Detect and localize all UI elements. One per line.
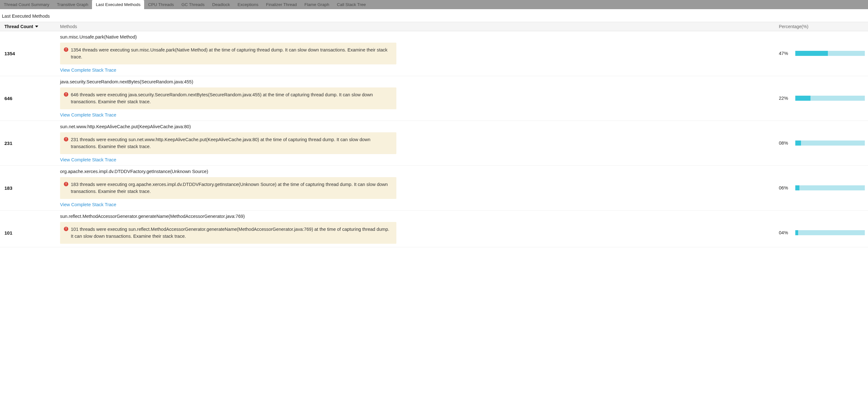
percentage-bar	[795, 185, 865, 190]
tab-thread-count-summary[interactable]: Thread Count Summary	[0, 0, 53, 9]
method-name: sun.net.www.http.KeepAliveCache.put(Keep…	[60, 124, 774, 129]
warning-text: 1354 threads were executing sun.misc.Uns…	[71, 46, 393, 61]
percentage-bar-fill	[795, 185, 799, 190]
warning-icon: !	[64, 182, 68, 186]
view-stack-trace-link[interactable]: View Complete Stack Trace	[60, 157, 774, 162]
method-cell: java.security.SecureRandom.nextBytes(Sec…	[60, 76, 774, 121]
percentage-value: 08%	[779, 140, 789, 145]
percentage-cell: 04%	[774, 211, 868, 247]
method-cell: org.apache.xerces.impl.dv.DTDDVFactory.g…	[60, 166, 774, 210]
percentage-bar-fill	[795, 51, 828, 56]
view-stack-trace-link[interactable]: View Complete Stack Trace	[60, 68, 774, 73]
warning-icon: !	[64, 47, 68, 52]
thread-count-value: 1354	[0, 31, 60, 76]
tab-transitive-graph[interactable]: Transitive Graph	[53, 0, 92, 9]
tab-flame-graph[interactable]: Flame Graph	[301, 0, 333, 9]
table-body: 1354sun.misc.Unsafe.park(Native Method)!…	[0, 31, 868, 247]
warning-text: 231 threads were executing sun.net.www.h…	[71, 136, 393, 150]
column-header-methods[interactable]: Methods	[60, 24, 774, 29]
warning-box: !1354 threads were executing sun.misc.Un…	[60, 43, 396, 64]
view-stack-trace-link[interactable]: View Complete Stack Trace	[60, 112, 774, 118]
warning-text: 101 threads were executing sun.reflect.M…	[71, 226, 393, 240]
table-row: 1354sun.misc.Unsafe.park(Native Method)!…	[0, 31, 868, 76]
thread-count-value: 101	[0, 211, 60, 247]
method-name: org.apache.xerces.impl.dv.DTDDVFactory.g…	[60, 169, 774, 174]
percentage-value: 22%	[779, 96, 789, 101]
percentage-bar-fill	[795, 230, 798, 235]
table-header: Thread Count Methods Percentage(%)	[0, 22, 868, 31]
percentage-value: 04%	[779, 230, 789, 235]
method-name: sun.misc.Unsafe.park(Native Method)	[60, 34, 774, 39]
warning-icon: !	[64, 227, 68, 231]
warning-box: !101 threads were executing sun.reflect.…	[60, 222, 396, 244]
percentage-bar-fill	[795, 96, 810, 101]
table-row: 231sun.net.www.http.KeepAliveCache.put(K…	[0, 121, 868, 166]
warning-box: !646 threads were executing java.securit…	[60, 88, 396, 109]
method-cell: sun.misc.Unsafe.park(Native Method)!1354…	[60, 31, 774, 76]
percentage-bar	[795, 96, 865, 101]
tab-call-stack-tree[interactable]: Call Stack Tree	[333, 0, 370, 9]
table-row: 101sun.reflect.MethodAccessorGenerator.g…	[0, 211, 868, 247]
column-header-percentage[interactable]: Percentage(%)	[774, 24, 868, 29]
tab-deadlock[interactable]: Deadlock	[208, 0, 234, 9]
method-name: java.security.SecureRandom.nextBytes(Sec…	[60, 79, 774, 84]
percentage-bar	[795, 230, 865, 235]
thread-count-value: 183	[0, 166, 60, 210]
column-header-thread-count[interactable]: Thread Count	[0, 24, 60, 29]
warning-icon: !	[64, 92, 68, 97]
percentage-bar	[795, 140, 865, 145]
thread-count-value: 646	[0, 76, 60, 121]
warning-icon: !	[64, 137, 68, 141]
percentage-cell: 47%	[774, 31, 868, 76]
sort-desc-icon	[35, 26, 38, 28]
method-cell: sun.reflect.MethodAccessorGenerator.gene…	[60, 211, 774, 247]
tab-gc-threads[interactable]: GC Threads	[178, 0, 208, 9]
percentage-bar	[795, 51, 865, 56]
column-header-thread-count-label: Thread Count	[4, 24, 33, 29]
view-stack-trace-link[interactable]: View Complete Stack Trace	[60, 247, 774, 247]
method-cell: sun.net.www.http.KeepAliveCache.put(Keep…	[60, 121, 774, 165]
tab-exceptions[interactable]: Exceptions	[234, 0, 262, 9]
section-title: Last Executed Methods	[0, 9, 868, 22]
tabs-bar: Thread Count SummaryTransitive GraphLast…	[0, 0, 868, 9]
percentage-cell: 22%	[774, 76, 868, 121]
method-name: sun.reflect.MethodAccessorGenerator.gene…	[60, 214, 774, 219]
warning-box: !183 threads were executing org.apache.x…	[60, 177, 396, 199]
tab-last-executed-methods[interactable]: Last Executed Methods	[92, 0, 144, 9]
warning-text: 646 threads were executing java.security…	[71, 91, 393, 105]
tab-cpu-threads[interactable]: CPU Threads	[144, 0, 178, 9]
percentage-value: 47%	[779, 51, 789, 56]
table-row: 183org.apache.xerces.impl.dv.DTDDVFactor…	[0, 166, 868, 211]
percentage-cell: 08%	[774, 121, 868, 165]
warning-text: 183 threads were executing org.apache.xe…	[71, 181, 393, 195]
percentage-cell: 06%	[774, 166, 868, 210]
table-row: 646java.security.SecureRandom.nextBytes(…	[0, 76, 868, 121]
percentage-value: 06%	[779, 185, 789, 190]
warning-box: !231 threads were executing sun.net.www.…	[60, 132, 396, 154]
tab-finalizer-thread[interactable]: Finalizer Thread	[262, 0, 301, 9]
view-stack-trace-link[interactable]: View Complete Stack Trace	[60, 202, 774, 207]
thread-count-value: 231	[0, 121, 60, 165]
percentage-bar-fill	[795, 140, 801, 145]
